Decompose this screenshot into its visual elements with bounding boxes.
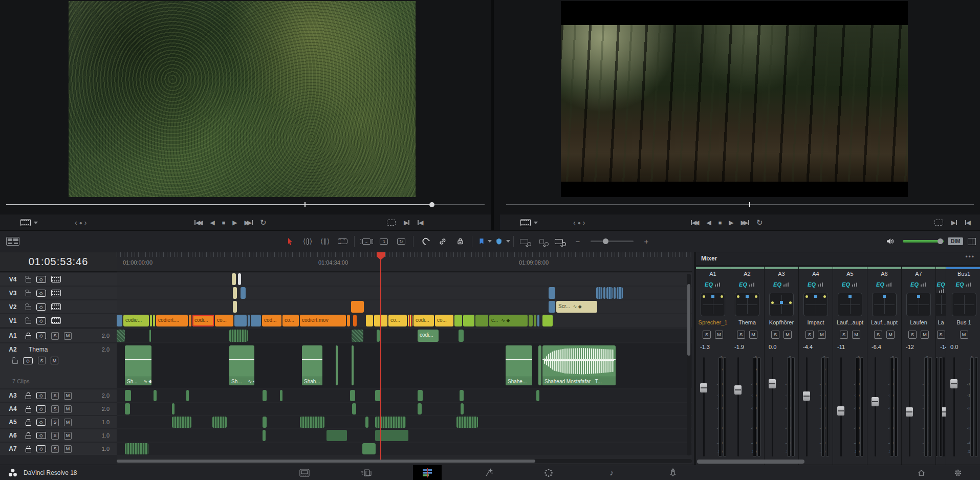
timeline-clip[interactable] xyxy=(617,287,623,299)
timeline-lane-A5[interactable] xyxy=(117,416,692,428)
timeline-clip[interactable] xyxy=(603,287,605,299)
page-tab-cut[interactable] xyxy=(352,465,380,480)
timeline-lane-A1[interactable]: codi... xyxy=(117,329,692,342)
solo-button[interactable]: S xyxy=(703,331,711,339)
solo-button[interactable]: S xyxy=(908,331,917,339)
mute-button[interactable]: M xyxy=(886,331,895,339)
mute-button[interactable]: M xyxy=(783,331,792,339)
lock-icon[interactable] xyxy=(26,395,31,399)
timeline-lane-A4[interactable] xyxy=(117,403,692,415)
timeline-clip[interactable]: codie... xyxy=(123,315,149,326)
next-edit-icon[interactable]: ▶ xyxy=(951,220,957,226)
lock-icon[interactable] xyxy=(26,422,31,426)
timeline-horizontal-scrollbar[interactable] xyxy=(117,459,692,463)
timeline-clip[interactable] xyxy=(606,287,613,299)
marker-chevron-icon[interactable] xyxy=(506,240,510,243)
solo-button[interactable]: S xyxy=(937,331,945,339)
mute-button[interactable]: M xyxy=(852,331,860,339)
fader-handle[interactable] xyxy=(950,379,957,388)
timeline-clip[interactable] xyxy=(352,345,354,385)
timeline-clip[interactable] xyxy=(542,315,553,326)
mute-button[interactable]: M xyxy=(921,331,929,339)
timeline-clip[interactable] xyxy=(454,315,462,326)
timeline-clip[interactable] xyxy=(326,430,347,441)
auto-select-icon[interactable]: ◇ xyxy=(36,392,46,399)
timeline-clip[interactable] xyxy=(154,390,157,401)
lock-icon[interactable] xyxy=(26,278,31,282)
pan-pad[interactable] xyxy=(838,293,862,316)
zoom-full-extent-icon[interactable] xyxy=(517,234,534,249)
solo-button[interactable]: S xyxy=(51,332,59,340)
solo-button[interactable]: S xyxy=(51,405,59,413)
timeline-clip[interactable] xyxy=(538,345,541,385)
timeline-ruler[interactable]: 01:00:00:0001:04:34:0001:09:08:00 xyxy=(117,252,692,272)
right-viewer-scrubber[interactable] xyxy=(506,203,974,207)
eq-button[interactable]: EQ xyxy=(936,281,946,294)
page-tab-edit[interactable] xyxy=(413,465,442,480)
channel-fader[interactable]: 0-5-10-15-20-30-40-50 xyxy=(946,354,980,460)
timeline-clip[interactable]: Shahead Mostafafar - T... xyxy=(542,345,616,385)
timeline-clip[interactable] xyxy=(117,315,122,326)
eq-button[interactable]: EQ xyxy=(730,281,764,288)
film-frame-icon[interactable] xyxy=(51,276,61,282)
loop-icon[interactable]: ↻ xyxy=(756,218,763,227)
timeline-clip[interactable]: co... xyxy=(282,315,299,326)
channel-fader[interactable]: 0-5-10-15-20-30-40-50 xyxy=(730,354,764,460)
eq-button[interactable]: EQ xyxy=(765,281,798,288)
track-header-A6[interactable]: A6◇SM1.0 xyxy=(0,429,117,442)
auto-select-icon[interactable]: ◇ xyxy=(36,276,46,283)
timeline-clip[interactable] xyxy=(300,417,324,428)
scrub-handle[interactable] xyxy=(429,202,434,207)
timeline-lane-A2[interactable]: Sh...∿ ◆Sh...∿ ◆Shah...Shahe...Shahead M… xyxy=(117,343,692,388)
timeline-clip[interactable] xyxy=(456,417,478,428)
stop-icon[interactable]: ■ xyxy=(718,220,722,226)
insert-clip-icon[interactable]: ⌄ xyxy=(358,234,375,249)
lock-icon[interactable] xyxy=(26,292,31,296)
timeline-lane-V4[interactable] xyxy=(117,273,692,286)
zoom-slider[interactable] xyxy=(591,241,634,242)
timeline-lane-V3[interactable] xyxy=(117,287,692,299)
timeline-clip[interactable] xyxy=(233,301,237,313)
auto-select-icon[interactable]: ◇ xyxy=(36,405,46,412)
settings-gear-icon[interactable] xyxy=(948,465,968,480)
page-tab-deliver[interactable] xyxy=(659,465,687,480)
film-frame-icon[interactable] xyxy=(51,290,61,296)
auto-select-icon[interactable]: ◇ xyxy=(36,290,46,297)
timeline-clip[interactable]: codi... xyxy=(418,330,439,342)
pan-pad[interactable] xyxy=(735,293,759,316)
play-icon[interactable]: ▶ xyxy=(232,220,237,226)
prev-item-icon[interactable]: ‹ xyxy=(573,219,577,227)
timeline-clip[interactable] xyxy=(172,403,175,414)
mute-button[interactable]: M xyxy=(818,331,826,339)
auto-select-icon[interactable]: ◇ xyxy=(36,432,46,439)
match-frame-icon[interactable] xyxy=(934,220,943,226)
timeline-clip[interactable] xyxy=(461,403,464,414)
track-header-V3[interactable]: V3◇ xyxy=(0,287,117,299)
timeline-clip[interactable]: codiert.... xyxy=(156,315,188,326)
auto-select-icon[interactable]: ◇ xyxy=(36,419,46,426)
timeline-clip[interactable] xyxy=(238,273,241,285)
mute-button[interactable]: M xyxy=(715,331,723,339)
track-header-A4[interactable]: A4◇SM2.0 xyxy=(0,403,117,415)
track-header-A7[interactable]: A7◇SM1.0 xyxy=(0,443,117,455)
timeline-clip[interactable] xyxy=(596,287,602,299)
clip-thumbnail-icon[interactable] xyxy=(20,219,31,226)
solo-button[interactable]: S xyxy=(51,392,59,400)
track-header-A1[interactable]: A1◇SM2.0 xyxy=(0,329,117,342)
timeline-clip[interactable] xyxy=(263,390,267,401)
solo-button[interactable]: S xyxy=(771,331,779,339)
timeline-clip[interactable] xyxy=(347,315,350,326)
fader-handle[interactable] xyxy=(837,406,844,416)
mute-button[interactable]: M xyxy=(64,392,72,400)
timeline-clip[interactable] xyxy=(408,315,412,326)
mute-button[interactable]: M xyxy=(960,331,968,339)
timeline-clip[interactable] xyxy=(463,315,474,326)
timeline-clip[interactable] xyxy=(125,443,148,454)
timeline-clip[interactable] xyxy=(251,315,261,326)
eq-button[interactable]: EQ xyxy=(867,281,901,288)
left-viewer-scrubber[interactable] xyxy=(6,203,485,207)
lock-icon[interactable] xyxy=(26,320,31,324)
timeline-lane-V2[interactable]: Scr...∿ ◆ xyxy=(117,300,692,313)
timeline-clip[interactable] xyxy=(117,330,125,342)
zoom-slider-knob[interactable] xyxy=(603,238,608,244)
